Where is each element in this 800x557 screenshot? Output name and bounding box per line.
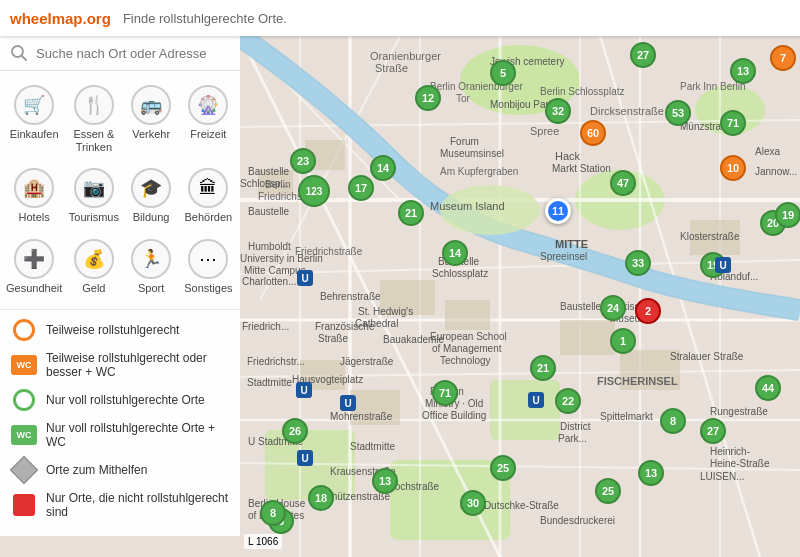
category-item-einkaufen[interactable]: 🛒 Einkaufen [4, 79, 64, 160]
map-cluster-c22[interactable]: 44 [755, 375, 781, 401]
svg-text:of Management: of Management [432, 343, 502, 354]
svg-text:Baustelle: Baustelle [560, 301, 602, 312]
category-item-essen-trinken[interactable]: 🍴 Essen & Trinken [66, 79, 121, 160]
map-cluster-c36[interactable]: 13 [372, 468, 398, 494]
category-icon-geld: 💰 [74, 239, 114, 279]
svg-text:Humboldt: Humboldt [248, 241, 291, 252]
legend-text: Teilweise rollstuhlgerecht oder besser +… [46, 351, 230, 379]
map-cluster-c26[interactable]: 17 [348, 175, 374, 201]
category-label-verkehr: Verkehr [132, 128, 170, 141]
category-item-hotels[interactable]: 🏨 Hotels [4, 162, 64, 230]
svg-text:FISCHERINSEL: FISCHERINSEL [597, 375, 678, 387]
map-attribution: L 1066 [244, 534, 282, 549]
category-icon-freizeit: 🎡 [188, 85, 228, 125]
map-cluster-c20[interactable]: 8 [660, 408, 686, 434]
legend-icon-green-wc: WC [11, 425, 37, 445]
search-input[interactable] [36, 46, 230, 61]
legend-icon-green-ring [13, 389, 35, 411]
map-cluster-c14[interactable]: 33 [625, 250, 651, 276]
map-cluster-c28[interactable]: 14 [442, 240, 468, 266]
category-item-bildung[interactable]: 🎓 Bildung [124, 162, 179, 230]
category-item-sonstiges[interactable]: ⋯ Sonstiges [181, 233, 236, 301]
svg-rect-30 [560, 320, 615, 355]
svg-text:Bundesdruckerei: Bundesdruckerei [540, 515, 615, 526]
map-cluster-c17[interactable]: 1 [610, 328, 636, 354]
svg-text:Schlossplatz: Schlossplatz [432, 268, 488, 279]
category-item-freizeit[interactable]: 🎡 Freizeit [181, 79, 236, 160]
svg-text:Dircksenstraße: Dircksenstraße [590, 105, 664, 117]
ubahn-marker: U [297, 450, 313, 466]
category-label-essen-trinken: Essen & Trinken [68, 128, 119, 154]
map-cluster-c18[interactable]: 21 [530, 355, 556, 381]
category-label-tourismus: Tourismus [69, 211, 119, 224]
category-item-geld[interactable]: 💰 Geld [66, 233, 121, 301]
svg-text:Mohrenstraße: Mohrenstraße [330, 411, 393, 422]
category-item-sport[interactable]: 🏃 Sport [124, 233, 179, 301]
ubahn-marker: U [296, 382, 312, 398]
map-cluster-c15[interactable]: 24 [600, 295, 626, 321]
legend-icon-wrap [10, 319, 38, 341]
map-cluster-c7[interactable]: 53 [665, 100, 691, 126]
map-cluster-c24[interactable]: 7 [770, 45, 796, 71]
legend-item-not: Nur Orte, die nicht rollstuhlgerecht sin… [10, 486, 230, 524]
svg-text:University in Berlin: University in Berlin [240, 253, 323, 264]
map-cluster-c10[interactable]: 47 [610, 170, 636, 196]
search-box[interactable] [0, 36, 240, 71]
map-cluster-c2[interactable]: 12 [415, 85, 441, 111]
tagline: Finde rollstuhlgerechte Orte. [123, 11, 287, 26]
svg-text:Technology: Technology [440, 355, 491, 366]
legend-icon-red-square [13, 494, 35, 516]
category-item-behoerden[interactable]: 🏛 Behörden [181, 162, 236, 230]
legend-text: Nur Orte, die nicht rollstuhlgerecht sin… [46, 491, 230, 519]
map-cluster-c40[interactable]: 123 [298, 175, 330, 207]
svg-text:Am Kupfergraben: Am Kupfergraben [440, 166, 518, 177]
map-cluster-c3[interactable]: 5 [490, 60, 516, 86]
svg-text:Jägerstraße: Jägerstraße [340, 356, 394, 367]
map-cluster-c35[interactable]: 8 [260, 500, 286, 526]
category-item-tourismus[interactable]: 📷 Tourismus [66, 162, 121, 230]
svg-text:Markt Station: Markt Station [552, 163, 611, 174]
map-cluster-c39[interactable]: 26 [282, 418, 308, 444]
svg-text:LUISEN...: LUISEN... [700, 471, 744, 482]
map-cluster-c9[interactable]: 11 [545, 198, 571, 224]
map-cluster-c21[interactable]: 27 [700, 418, 726, 444]
map-cluster-c38[interactable]: 71 [432, 380, 458, 406]
category-icon-behoerden: 🏛 [188, 168, 228, 208]
svg-text:St. Hedwig's: St. Hedwig's [358, 306, 413, 317]
map-cluster-c29[interactable]: 14 [370, 155, 396, 181]
ubahn-marker: U [528, 392, 544, 408]
category-label-bildung: Bildung [133, 211, 170, 224]
category-item-verkehr[interactable]: 🚌 Verkehr [124, 79, 179, 160]
map-cluster-c32[interactable]: 30 [460, 490, 486, 516]
svg-text:Spreeinsel: Spreeinsel [540, 251, 587, 262]
legend-icon-wrap [10, 389, 38, 411]
svg-text:Tor: Tor [456, 93, 471, 104]
map-cluster-c37[interactable]: 13 [638, 460, 664, 486]
category-label-sport: Sport [138, 282, 164, 295]
category-icon-sport: 🏃 [131, 239, 171, 279]
map-cluster-c16[interactable]: 2 [635, 298, 661, 324]
map-cluster-c8[interactable]: 71 [720, 110, 746, 136]
map-cluster-c23[interactable]: 13 [730, 58, 756, 84]
svg-text:Alexa: Alexa [755, 146, 780, 157]
map-cluster-c11[interactable]: 10 [720, 155, 746, 181]
logo[interactable]: wheelmap.org [10, 10, 111, 27]
map-cluster-c27[interactable]: 21 [398, 200, 424, 226]
map-cluster-c1[interactable]: 23 [290, 148, 316, 174]
legend-text: Teilweise rollstuhlgerecht [46, 323, 179, 337]
map-cluster-c6[interactable]: 60 [580, 120, 606, 146]
header: wheelmap.org Finde rollstuhlgerechte Ort… [0, 0, 800, 36]
map-cluster-c4[interactable]: 27 [630, 42, 656, 68]
category-label-geld: Geld [82, 282, 105, 295]
svg-rect-29 [445, 300, 490, 330]
category-item-gesundheit[interactable]: ➕ Gesundheit [4, 233, 64, 301]
map-cluster-c25[interactable]: 19 [775, 202, 800, 228]
map-cluster-c30[interactable]: 25 [490, 455, 516, 481]
legend-icon-diamond [13, 459, 35, 481]
map-cluster-c31[interactable]: 25 [595, 478, 621, 504]
map-cluster-c33[interactable]: 18 [308, 485, 334, 511]
category-label-gesundheit: Gesundheit [6, 282, 62, 295]
svg-text:Heine-Straße: Heine-Straße [710, 458, 770, 469]
map-cluster-c19[interactable]: 22 [555, 388, 581, 414]
map-cluster-c5[interactable]: 32 [545, 98, 571, 124]
